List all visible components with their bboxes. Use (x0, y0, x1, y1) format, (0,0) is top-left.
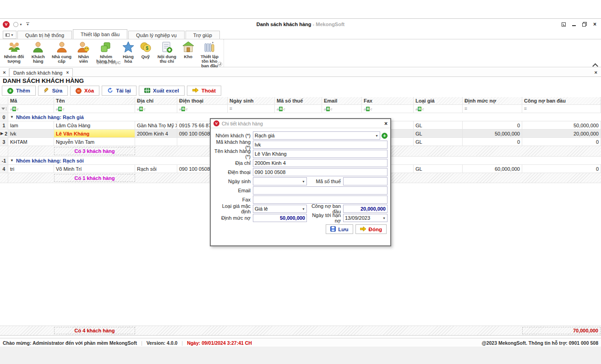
dia-chi-input[interactable] (253, 159, 388, 167)
fax-input[interactable] (253, 196, 388, 204)
cell-cong-no-ban-dau[interactable]: 0 (522, 138, 601, 146)
close-button[interactable]: Đóng (355, 224, 387, 234)
cell-dia-chi[interactable] (135, 138, 177, 146)
filter-cell-fax[interactable]: aBc (362, 105, 414, 113)
cell-cong-no-ban-dau[interactable]: 0 (522, 165, 601, 173)
add-group-button[interactable]: + (382, 133, 388, 139)
cell-loai-gia[interactable]: GL (414, 165, 463, 173)
reload-button[interactable]: Tải lại (102, 86, 137, 96)
filter-cell-ngay-sinh[interactable]: = (228, 105, 275, 113)
ma-so-thue-input[interactable] (343, 177, 388, 185)
cell-loai-gia[interactable]: GL (414, 138, 463, 146)
row-indicator-focused[interactable]: ▶ 2 (0, 130, 8, 137)
field-label-dia-chi: Địa chỉ (213, 160, 253, 166)
dinh-muc-no-input[interactable] (253, 214, 307, 222)
loai-gia-combobox[interactable]: Giá lẻ ▼ (253, 205, 307, 213)
column-header-dia-chi[interactable]: Địa chỉ (135, 97, 177, 104)
cell-dinh-muc-no[interactable]: 50,000,000 (463, 130, 522, 137)
column-header-dinh-muc-no[interactable]: Định mức nợ (463, 97, 522, 104)
dialog-titlebar[interactable]: V Chi tiết khách hàng × (211, 119, 390, 128)
column-header-cong-no-ban-dau[interactable]: Công nợ ban đầu (522, 97, 601, 104)
document-tab-danh-sach-khach-hang[interactable]: Danh sách khách hàng × (9, 68, 73, 76)
column-header-ngay-sinh[interactable]: Ngày sinh (228, 97, 275, 104)
row-indicator[interactable]: -1 (0, 157, 8, 164)
cell-dinh-muc-no[interactable]: 60,000,000 (463, 165, 522, 173)
grid-corner-cell[interactable] (0, 97, 8, 104)
cong-no-ban-dau-input[interactable] (343, 205, 388, 213)
fullscreen-icon[interactable] (562, 22, 566, 27)
cell-cong-no-ban-dau[interactable]: 50,000,000 (522, 121, 601, 129)
cell-dinh-muc-no[interactable]: 0 (463, 138, 522, 146)
group-expanded-icon[interactable]: ▼ (10, 158, 14, 163)
row-indicator[interactable]: 0 (0, 113, 8, 121)
edit-button[interactable]: Sửa (38, 86, 68, 96)
row-indicator[interactable]: 1 (0, 121, 8, 129)
delete-button[interactable]: − Xóa (70, 86, 99, 96)
cell-dia-chi[interactable]: Gần Nhà Trọ Mỹ X... (135, 121, 177, 129)
column-header-email[interactable]: Email (322, 97, 362, 104)
minimize-icon[interactable] (572, 25, 576, 26)
cell-ma[interactable]: lam (8, 121, 54, 129)
nhom-khach-combobox[interactable]: Rạch giá ▼ (253, 131, 380, 140)
qat-customize-icon[interactable]: ▼ (26, 22, 29, 26)
row-indicator[interactable]: 4 (0, 165, 8, 173)
tabstrip-close-right-icon[interactable]: × (595, 68, 601, 76)
email-input[interactable] (253, 186, 388, 195)
ma-khach-hang-input[interactable] (253, 141, 388, 149)
column-header-dien-thoai[interactable]: Điện thoại (177, 97, 228, 104)
cell-ma[interactable]: lvk (8, 130, 54, 137)
group-expanded-icon[interactable]: ▼ (10, 115, 14, 119)
filter-cell-ten[interactable]: aBc (54, 105, 135, 113)
cell-loai-gia[interactable]: GL (414, 130, 463, 137)
ribbon-apps-button[interactable]: ▼ (3, 31, 16, 39)
close-icon[interactable]: × (593, 22, 596, 27)
row-indicator[interactable]: 3 (0, 138, 8, 146)
cell-ten[interactable]: Võ Minh Trí (54, 165, 135, 173)
cell-dia-chi[interactable]: 2000m Kinh 4 (135, 130, 177, 137)
cell-ten-focused[interactable]: Lê Văn Kháng (54, 130, 135, 137)
filter-cell-cong-no-ban-dau[interactable]: = (522, 105, 601, 113)
tabstrip-close-left-icon[interactable]: × (0, 68, 9, 76)
ribbon-tab-tro-giup[interactable]: Trợ giúp (186, 31, 220, 39)
tab-close-icon[interactable]: × (66, 70, 69, 75)
ten-khach-hang-input[interactable] (253, 150, 388, 158)
ribbon-item-kho[interactable]: Kho (180, 40, 197, 60)
filter-cell-ma[interactable]: aBc (8, 105, 54, 113)
cell-ten[interactable]: Lâm Cửa Hàng (54, 121, 135, 129)
cell-ma[interactable]: tri (8, 165, 54, 173)
qat-button[interactable]: ▼ (13, 22, 22, 27)
ribbon-tab-quan-ly-nghiep-vu[interactable]: Quản lý nghiệp vụ (128, 31, 185, 39)
cell-ma[interactable]: KHTAM (8, 138, 54, 146)
filter-cell-dinh-muc-no[interactable]: = (463, 105, 522, 113)
export-excel-button[interactable]: Xuất excel (139, 86, 185, 96)
group-dialog-launcher-icon[interactable] (218, 62, 222, 66)
filter-cell-email[interactable]: aBc (322, 105, 362, 113)
column-header-ten[interactable]: Tên (54, 97, 135, 104)
column-header-loai-gia[interactable]: Loại giá (414, 97, 463, 104)
dien-thoai-input[interactable] (253, 168, 388, 176)
column-header-ma[interactable]: Mã (8, 97, 54, 104)
ngay-sinh-combobox[interactable]: ▼ (253, 177, 307, 185)
cell-loai-gia[interactable]: GL (414, 121, 463, 129)
filter-cell-dia-chi[interactable]: aBc (135, 105, 177, 113)
ribbon-tab-quan-tri-he-thong[interactable]: Quản trị hệ thống (17, 31, 72, 39)
filter-row-indicator[interactable] (0, 105, 8, 113)
cell-ten[interactable]: Nguyễn Văn Tam (54, 138, 135, 146)
filter-cell-dien-thoai[interactable]: aBc (177, 105, 228, 113)
ribbon-tab-thiet-lap-ban-dau[interactable]: Thiết lập ban đầu (73, 29, 127, 39)
add-button[interactable]: + Thêm (2, 86, 36, 96)
cell-dinh-muc-no[interactable]: 0 (463, 121, 522, 129)
column-header-ma-so-thue[interactable]: Mã số thuế (275, 97, 322, 104)
dialog-close-icon[interactable]: × (384, 121, 388, 126)
ribbon-collapse-icon[interactable] (593, 62, 597, 66)
filter-cell-loai-gia[interactable]: aBc (414, 105, 463, 113)
ribbon-item-quy[interactable]: $ Quỹ (137, 40, 154, 60)
restore-icon[interactable] (582, 22, 587, 27)
column-header-fax[interactable]: Fax (362, 97, 414, 104)
cell-dia-chi[interactable]: Rạch sỏi (135, 165, 177, 173)
cell-cong-no-ban-dau[interactable]: 20,000,000 (522, 130, 601, 137)
save-button[interactable]: Lưu (326, 224, 353, 234)
ngay-toi-han-no-datepicker[interactable]: 13/09/2023 ▼ (343, 214, 388, 222)
exit-button[interactable]: Thoát (187, 86, 221, 96)
filter-cell-ma-so-thue[interactable]: aBc (275, 105, 322, 113)
